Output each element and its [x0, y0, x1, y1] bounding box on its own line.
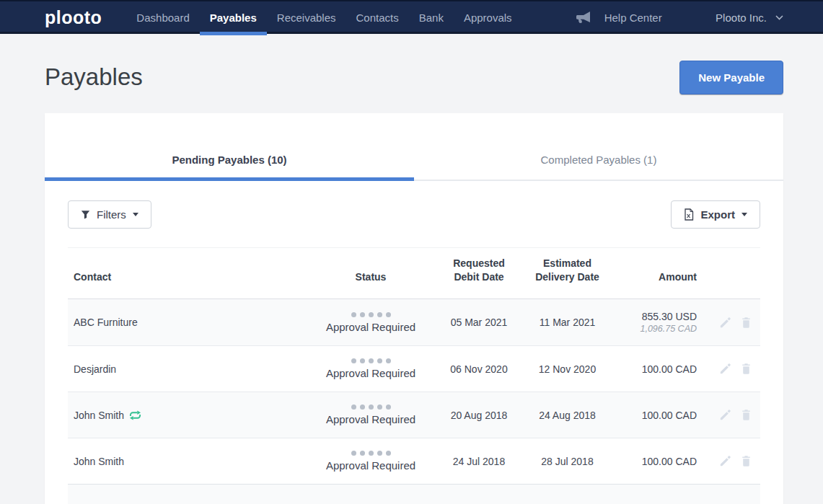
- contact-cell: John Smith: [68, 410, 306, 421]
- contact-cell: ABC Furniture: [68, 317, 306, 328]
- pending-payables-table: Contact Status Requested Debit Date Esti…: [68, 247, 760, 504]
- status-dots: [312, 404, 430, 410]
- status-label: Approval Required: [312, 321, 430, 333]
- estimated-delivery-date: 28 Jul 2018: [522, 456, 612, 467]
- delete-trash-icon[interactable]: [739, 408, 753, 422]
- nav-item-bank[interactable]: Bank: [409, 1, 454, 34]
- caret-down-icon: [741, 213, 747, 216]
- filters-label: Filters: [97, 208, 126, 221]
- tab-completed-payables[interactable]: Completed Payables (1): [414, 113, 783, 181]
- help-center-group: Help Center: [574, 11, 662, 25]
- requested-debit-date: 05 Mar 2021: [436, 317, 522, 328]
- amount-primary: 100.00 CAD: [618, 456, 697, 467]
- nav-menu: Dashboard Payables Receivables Contacts …: [126, 1, 521, 34]
- delete-trash-icon[interactable]: [739, 362, 753, 376]
- nav-item-receivables[interactable]: Receivables: [267, 1, 346, 34]
- help-center-link[interactable]: Help Center: [604, 12, 662, 24]
- actions-cell: [703, 316, 760, 330]
- edit-pencil-icon[interactable]: [718, 454, 732, 468]
- status-cell: Approval Required: [306, 451, 436, 472]
- column-header-amount: Amount: [612, 270, 703, 284]
- amount-primary: 100.00 CAD: [618, 410, 697, 421]
- filter-funnel-icon: [81, 210, 90, 219]
- status-cell: Approval Required: [306, 312, 436, 333]
- amount-cell: 100.00 CAD: [612, 456, 703, 467]
- status-cell: Approval Required: [306, 358, 436, 379]
- contact-cell: Desjardin: [68, 363, 306, 375]
- export-button[interactable]: Export: [671, 200, 760, 229]
- filters-button[interactable]: Filters: [68, 200, 151, 229]
- amount-primary: 855.30 USD: [618, 311, 697, 322]
- tab-pending-payables[interactable]: Pending Payables (10): [45, 113, 414, 181]
- payables-tabs: Pending Payables (10) Completed Payables…: [45, 113, 783, 181]
- requested-debit-date: 20 Aug 2018: [436, 410, 522, 421]
- estimated-delivery-date: 12 Nov 2020: [522, 363, 612, 375]
- status-label: Approval Required: [312, 459, 430, 472]
- caret-down-icon: [133, 213, 138, 216]
- actions-cell: [703, 454, 760, 468]
- chevron-down-icon: [775, 15, 783, 20]
- amount-secondary: 1,096.75 CAD: [618, 324, 697, 334]
- nav-item-contacts[interactable]: Contacts: [346, 1, 409, 34]
- delete-trash-icon[interactable]: [739, 454, 753, 468]
- contact-name: ABC Furniture: [74, 317, 138, 328]
- actions-cell: [703, 408, 760, 422]
- excel-file-icon: [684, 208, 694, 221]
- contact-name: John Smith: [74, 456, 124, 467]
- column-header-contact: Contact: [68, 270, 306, 284]
- table-row[interactable]: ABC Furniture Approval Required 05 Mar 2…: [68, 299, 760, 345]
- amount-cell: 855.30 USD 1,096.75 CAD: [612, 311, 703, 334]
- edit-pencil-icon[interactable]: [718, 362, 732, 376]
- top-nav: plooto Dashboard Payables Receivables Co…: [0, 0, 823, 34]
- edit-pencil-icon[interactable]: [718, 316, 732, 330]
- amount-cell: 100.00 CAD: [612, 410, 703, 421]
- contact-name: Desjardin: [74, 363, 116, 375]
- megaphone-icon[interactable]: [574, 11, 593, 25]
- plooto-logo[interactable]: plooto: [45, 7, 102, 28]
- table-toolbar: Filters Export: [45, 181, 783, 229]
- table-row[interactable]: Desjardin Approval Required 06 Nov 2020 …: [68, 345, 760, 392]
- export-label: Export: [700, 208, 735, 221]
- actions-cell: [703, 362, 760, 376]
- nav-item-dashboard[interactable]: Dashboard: [126, 1, 199, 34]
- account-dropdown[interactable]: Plooto Inc.: [716, 12, 783, 24]
- requested-debit-date: 24 Jul 2018: [436, 456, 522, 467]
- estimated-delivery-date: 11 Mar 2021: [522, 317, 612, 328]
- estimated-delivery-date: 24 Aug 2018: [522, 410, 612, 421]
- page-header: Payables New Payable: [45, 59, 783, 95]
- table-row[interactable]: John Smith Approval Required 24 Jul 2018…: [68, 438, 760, 484]
- status-label: Approval Required: [312, 413, 430, 425]
- payables-card: Pending Payables (10) Completed Payables…: [45, 113, 783, 504]
- contact-cell: John Smith: [68, 456, 306, 467]
- nav-item-payables[interactable]: Payables: [200, 1, 267, 34]
- status-dots: [312, 312, 430, 317]
- status-cell: Approval Required: [306, 404, 436, 425]
- amount-primary: 100.00 CAD: [618, 363, 697, 375]
- nav-item-approvals[interactable]: Approvals: [454, 1, 522, 34]
- recurring-icon: [129, 410, 141, 420]
- delete-trash-icon[interactable]: [739, 316, 753, 330]
- status-dots: [312, 451, 430, 456]
- table-row[interactable]: [68, 484, 760, 504]
- status-dots: [312, 358, 430, 363]
- status-label: Approval Required: [312, 367, 430, 379]
- column-header-requested-debit-date: Requested Debit Date: [436, 257, 522, 284]
- column-header-status: Status: [306, 270, 436, 284]
- column-header-estimated-delivery-date: Estimated Delivery Date: [522, 257, 612, 284]
- account-name: Plooto Inc.: [716, 12, 767, 24]
- requested-debit-date: 06 Nov 2020: [436, 363, 522, 375]
- edit-pencil-icon[interactable]: [718, 408, 732, 422]
- table-row[interactable]: John Smith Approval Required 20 Aug 2018…: [68, 392, 760, 438]
- new-payable-button[interactable]: New Payable: [679, 61, 783, 94]
- amount-cell: 100.00 CAD: [612, 363, 703, 375]
- table-header: Contact Status Requested Debit Date Esti…: [68, 247, 760, 299]
- contact-name: John Smith: [74, 410, 124, 421]
- page-title: Payables: [45, 63, 143, 91]
